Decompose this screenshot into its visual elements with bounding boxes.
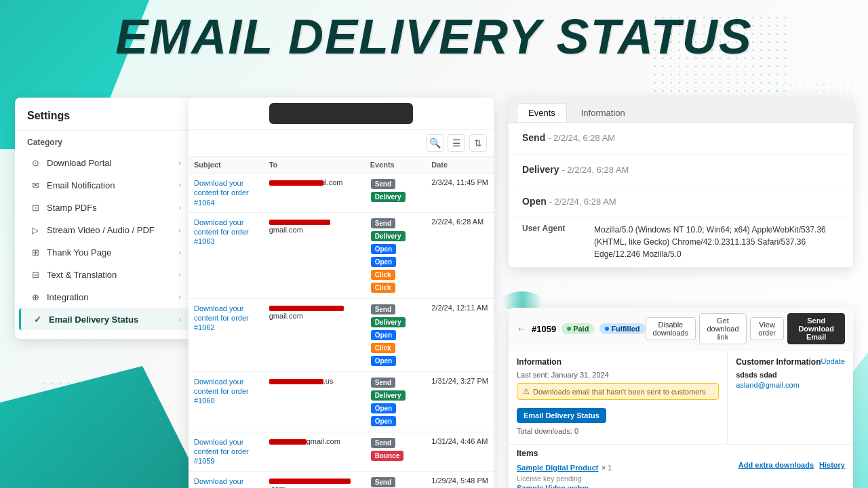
menu-item-label-thank-you-page: Thank You Page (47, 247, 111, 258)
table-row[interactable]: Download your content for order #1060.us… (189, 371, 494, 432)
events-content: Send - 2/2/24, 6:28 AMDelivery - 2/2/24,… (509, 123, 853, 268)
sidebar-item-email-delivery-status[interactable]: ✓ Email Delivery Status › (19, 308, 191, 330)
customer-info-title: Customer Information (736, 357, 821, 367)
events-panel: EventsInformation Send - 2/2/24, 6:28 AM… (509, 98, 853, 268)
event-badge-open: Open (371, 403, 397, 413)
event-detail-label: User Agent (522, 224, 583, 260)
col-date: Date (426, 157, 494, 174)
event-row-delivery: Delivery - 2/2/24, 6:28 AM (509, 155, 853, 186)
chevron-icon-text-translation: › (178, 270, 181, 279)
event-row-title: Send - 2/2/24, 6:28 AM (522, 132, 840, 143)
order-btn-view-order[interactable]: View order (750, 317, 785, 340)
events-tabs: EventsInformation (509, 98, 853, 123)
chevron-icon-thank-you-page: › (178, 248, 181, 256)
email-table-body: Download your content for order #1064il.… (189, 174, 494, 489)
sidebar-item-thank-you-page[interactable]: ⊞ Thank You Page › (19, 241, 191, 263)
table-row[interactable]: Download your content for order #1059gma… (189, 432, 494, 471)
order-customer: Customer Information Update sdsds sdad a… (728, 350, 853, 444)
event-badge-click: Click (371, 270, 395, 280)
integration-icon: ⊕ (30, 291, 41, 302)
event-label: Send (522, 132, 545, 143)
event-date: - 2/2/24, 6:28 AM (548, 133, 615, 143)
email-subject-cell: Download your content for order #1058 (189, 471, 264, 488)
email-subject-link[interactable]: Download your content for order #1062 (194, 304, 249, 332)
email-subject-link[interactable]: Download your content for order #1058 (194, 477, 249, 488)
order-header-left: ← #1059 Paid Fulfilled (517, 323, 646, 334)
customer-email[interactable]: asland@gmail.com (736, 381, 845, 389)
event-badge-send: Send (371, 179, 395, 189)
order-number: #1059 (532, 324, 556, 334)
filter-icon[interactable]: ☰ (448, 134, 465, 152)
chevron-icon-stream-video: › (178, 226, 181, 234)
order-panel: ← #1059 Paid Fulfilled Disable downloads… (509, 308, 853, 488)
email-notification-icon: ✉ (30, 180, 41, 190)
email-delivery-status-button[interactable]: Email Delivery Status (517, 408, 606, 423)
menu-item-label-email-delivery-status: Email Delivery Status (49, 314, 138, 325)
back-button[interactable]: ← (517, 323, 526, 334)
email-subject-link[interactable]: Download your content for order #1063 (194, 218, 249, 246)
event-badge-bounce: Bounce (371, 451, 404, 461)
add-extra-downloads-link[interactable]: Add extra downloads (738, 461, 814, 469)
order-btn-get-download-link[interactable]: Get download link (699, 313, 747, 344)
order-btn-disable-downloads[interactable]: Disable downloads (646, 317, 696, 340)
sidebar-item-text-translation[interactable]: ⊟ Text & Translation › (19, 264, 191, 285)
table-row[interactable]: Download your content for order #1058.co… (189, 471, 494, 488)
dots-pattern-bottom (41, 380, 142, 447)
warning-alert: ⚠ Downloads email that hasn't been sent … (517, 383, 719, 400)
email-date-cell: 1/31/24, 4:46 AM (426, 432, 494, 471)
event-badge-open: Open (371, 257, 397, 267)
event-badge-click: Click (371, 283, 395, 293)
chevron-icon-email-delivery-status: › (178, 315, 181, 323)
settings-title: Settings (15, 110, 195, 131)
sort-icon[interactable]: ⇅ (469, 134, 487, 152)
table-row[interactable]: Download your content for order #1064il.… (189, 174, 494, 213)
email-events-cell: SendDeliveryOpenOpenClickClick (365, 212, 427, 298)
page-title: EMAIL DELIVERY STATUS (0, 12, 868, 61)
settings-panel: Settings Category ⊙ Download Portal › ✉ … (15, 98, 195, 339)
email-table: SubjectToEventsDate Download your conten… (189, 157, 494, 488)
email-subject-cell: Download your content for order #1059 (189, 432, 264, 471)
sidebar-item-stamp-pdfs[interactable]: ⊡ Stamp PDFs › (19, 197, 191, 218)
event-badge-open: Open (371, 416, 397, 426)
email-panel-title-bar (269, 103, 413, 124)
email-subject-link[interactable]: Download your content for order #1064 (194, 179, 249, 207)
order-item-link[interactable]: Sample Digital Product (517, 464, 598, 472)
order-item-name: Sample Digital Product × 1 (517, 461, 612, 473)
order-item-file-link[interactable]: Sample Video.webm (517, 484, 589, 488)
menu-item-label-email-notification: Email Notification (47, 180, 115, 190)
email-date-cell: 2/2/24, 12:11 AM (426, 298, 494, 371)
redacted-email (269, 180, 323, 186)
email-subject-link[interactable]: Download your content for order #1059 (194, 438, 249, 466)
tab-information[interactable]: Information (570, 103, 637, 122)
menu-item-left-email-delivery-status: ✓ Email Delivery Status (32, 314, 138, 325)
order-info: Information Last sent: January 31, 2024 … (509, 350, 728, 444)
event-row-title: Delivery - 2/2/24, 6:28 AM (522, 164, 840, 175)
tab-events[interactable]: Events (517, 103, 567, 122)
order-btn-send-download-email[interactable]: Send Download Email (787, 313, 845, 344)
paid-dot (567, 327, 571, 331)
menu-item-left-download-portal: ⊙ Download Portal (30, 157, 111, 168)
history-link[interactable]: History (819, 461, 845, 469)
sidebar-item-download-portal[interactable]: ⊙ Download Portal › (19, 152, 191, 174)
page-header: EMAIL DELIVERY STATUS (0, 12, 868, 61)
redacted-email (269, 379, 323, 384)
last-sent: Last sent: January 31, 2024 (517, 371, 719, 379)
event-badge-click: Click (371, 343, 395, 353)
menu-item-label-stamp-pdfs: Stamp PDFs (47, 203, 97, 213)
sidebar-item-integration[interactable]: ⊕ Integration › (19, 286, 191, 308)
order-header: ← #1059 Paid Fulfilled Disable downloads… (509, 308, 853, 350)
email-to-cell: .us (264, 371, 365, 432)
menu-item-label-download-portal: Download Portal (47, 158, 111, 168)
sidebar-item-email-notification[interactable]: ✉ Email Notification › (19, 174, 191, 196)
table-row[interactable]: Download your content for order #1062gma… (189, 298, 494, 371)
redacted-email (269, 479, 351, 484)
email-events-cell: SendDelivery (365, 471, 427, 488)
customer-name: sdsds sdad (736, 371, 845, 379)
search-icon[interactable]: 🔍 (426, 134, 443, 152)
sidebar-item-stream-video[interactable]: ▷ Stream Video / Audio / PDF › (19, 219, 191, 241)
table-row[interactable]: Download your content for order #1063gma… (189, 212, 494, 298)
download-portal-icon: ⊙ (30, 157, 41, 168)
email-to-cell: il.com (264, 174, 365, 213)
email-subject-link[interactable]: Download your content for order #1060 (194, 378, 249, 405)
update-link[interactable]: Update (821, 357, 845, 371)
